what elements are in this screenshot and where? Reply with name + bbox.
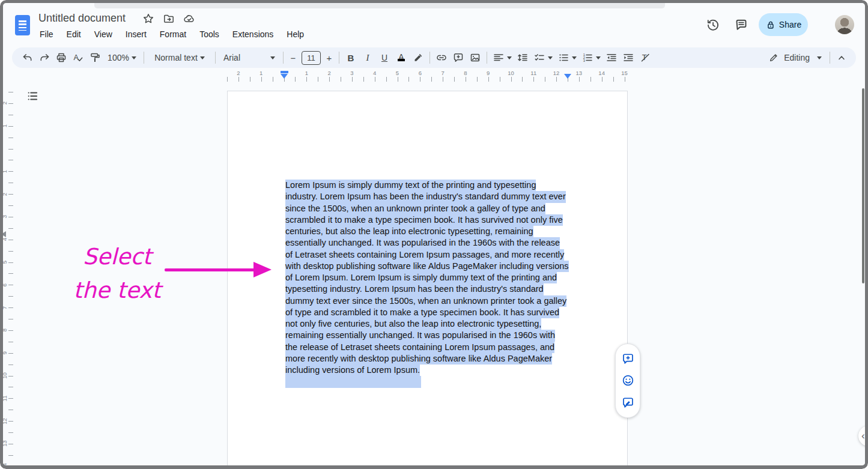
menu-item[interactable]: File — [38, 28, 55, 40]
selected-text: of Letraset sheets containing Lorem Ipsu… — [285, 249, 564, 261]
text-line: Lorem Ipsum is simply dummy text of the … — [285, 180, 572, 191]
align-button[interactable] — [490, 49, 514, 66]
comment-icon — [735, 18, 748, 31]
move-to-folder-button[interactable] — [163, 13, 175, 25]
document-status-button[interactable] — [183, 13, 195, 25]
annotation-arrow — [165, 268, 255, 271]
toolbar-divider — [339, 52, 339, 64]
toolbar-divider — [144, 52, 144, 64]
selected-text: industry. Lorem Ipsum has been the indus… — [285, 191, 566, 202]
add-comment-button[interactable] — [450, 49, 467, 66]
left-indent-marker[interactable] — [281, 74, 288, 79]
undo-button[interactable] — [19, 49, 36, 66]
menu-item[interactable]: View — [93, 28, 114, 40]
menu-item[interactable]: Tools — [198, 28, 220, 40]
print-button[interactable] — [53, 49, 70, 66]
hide-menus-button[interactable] — [833, 49, 850, 66]
horizontal-ruler: 21123456789101112131415 — [227, 70, 636, 77]
first-line-indent-marker[interactable] — [281, 71, 288, 73]
bulleted-list-icon — [557, 52, 569, 64]
font-size-input[interactable]: 11 — [302, 51, 321, 65]
bold-button[interactable]: B — [342, 49, 359, 66]
menu-item[interactable]: Format — [159, 28, 187, 40]
decrease-indent-button[interactable] — [603, 49, 620, 66]
document-text[interactable]: Lorem Ipsum is simply dummy text of the … — [285, 180, 572, 388]
ruler-number: 1 — [1, 124, 8, 128]
google-docs-logo-icon[interactable] — [15, 15, 30, 35]
bulleted-list-button[interactable] — [555, 49, 579, 66]
add-emoji-reaction-button[interactable] — [620, 373, 636, 389]
emoji-icon — [621, 374, 635, 387]
font-select[interactable]: Arial — [219, 49, 280, 66]
underline-button[interactable]: U — [376, 49, 393, 66]
chevron-down-icon — [507, 56, 512, 62]
text-color-icon: A — [395, 52, 407, 64]
image-icon — [469, 52, 481, 64]
ruler-number: 4 — [1, 237, 8, 241]
ruler-number: 1 — [250, 70, 273, 77]
vertical-ruler-ticks — [8, 92, 13, 468]
cloud-saved-icon — [183, 13, 195, 25]
collapse-side-panel-button[interactable]: ‹ — [858, 426, 868, 446]
highlighter-icon — [412, 52, 424, 64]
avatar[interactable] — [835, 15, 854, 34]
paint-format-button[interactable] — [86, 49, 103, 66]
paragraph-style-select[interactable]: Normal text — [147, 49, 212, 66]
increase-font-size-button[interactable]: + — [323, 49, 336, 66]
ruler-number: 2 — [1, 192, 8, 196]
toolbar-divider — [487, 52, 487, 64]
vertical-ruler: 211234567891011121314 — [1, 92, 8, 469]
open-comments-button[interactable] — [729, 13, 753, 37]
clear-formatting-button[interactable]: T — [637, 49, 654, 66]
ruler-number: 8 — [454, 70, 477, 77]
add-comment-margin-button[interactable] — [620, 351, 636, 366]
text-line: typesetting industry. Lorem Ipsum has be… — [285, 283, 572, 295]
vertical-scrollbar[interactable] — [862, 88, 864, 283]
text-line: of type and scrambled it to make a type … — [285, 307, 572, 318]
editing-mode-select[interactable]: Editing — [763, 52, 827, 63]
ruler-number: 13 — [1, 440, 8, 448]
suggest-edits-button[interactable] — [620, 395, 636, 411]
insert-link-button[interactable] — [433, 49, 450, 66]
menu-item[interactable]: Edit — [65, 28, 82, 40]
document-title[interactable]: Untitled document — [38, 12, 126, 25]
italic-button[interactable]: I — [359, 49, 376, 66]
zoom-select[interactable]: 100% — [103, 49, 141, 66]
selected-text: of Lorem Ipsum. Lorem Ipsum is simply du… — [285, 272, 557, 283]
decrease-font-size-button[interactable]: − — [287, 49, 300, 66]
show-document-outline-button[interactable] — [25, 89, 40, 103]
align-left-icon — [493, 52, 505, 64]
insert-image-button[interactable] — [467, 49, 484, 66]
highlight-color-button[interactable] — [410, 49, 426, 66]
text-line: essentially unchanged. It was popularise… — [285, 237, 572, 249]
bold-icon: B — [348, 53, 354, 63]
ruler-number: 1 — [295, 70, 318, 77]
chevron-down-icon — [200, 56, 205, 62]
selected-text: the release of Letraset sheets containin… — [285, 342, 554, 353]
redo-button[interactable] — [36, 49, 53, 66]
minus-icon: − — [291, 53, 296, 63]
spell-check-button[interactable]: A — [70, 49, 86, 66]
menu-item[interactable]: Extensions — [231, 28, 275, 40]
text-color-button[interactable]: A — [393, 49, 410, 66]
selected-text: not only five centuries, but also the le… — [285, 318, 541, 330]
share-button[interactable]: Share — [759, 13, 808, 36]
line-spacing-button[interactable] — [514, 49, 531, 66]
increase-indent-button[interactable] — [620, 49, 637, 66]
star-button[interactable] — [142, 13, 154, 25]
right-indent-marker[interactable] — [564, 74, 571, 79]
numbered-list-button[interactable]: 123 — [579, 49, 603, 66]
ruler-number: 14 — [1, 462, 8, 469]
ruler-number: 5 — [386, 70, 409, 77]
toolbar-divider — [830, 52, 830, 64]
mode-label: Editing — [784, 53, 810, 62]
menu-item[interactable]: Help — [285, 28, 305, 40]
text-line: industry. Lorem Ipsum has been the indus… — [285, 191, 572, 202]
version-history-button[interactable] — [700, 13, 724, 37]
svg-text:3: 3 — [583, 59, 585, 62]
checklist-button[interactable] — [531, 49, 555, 66]
selected-text: dummy text ever since the 1500s, when an… — [285, 295, 566, 307]
text-line: including versions of Lorem Ipsum. — [285, 365, 572, 376]
menu-item[interactable]: Insert — [124, 28, 148, 40]
chevron-left-icon: ‹ — [861, 430, 865, 442]
